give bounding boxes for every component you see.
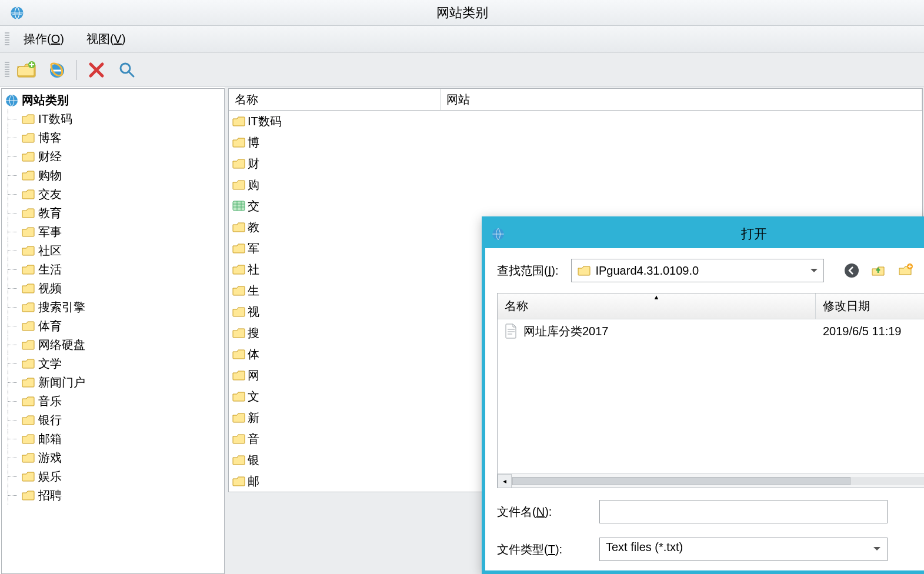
folder-icon [22, 321, 35, 331]
tree-item[interactable]: 视频 [2, 279, 224, 298]
tree-item[interactable]: 体育 [2, 316, 224, 335]
folder-icon [232, 349, 245, 359]
tree-item[interactable]: 文学 [2, 354, 224, 373]
folder-icon [232, 137, 245, 148]
menu-view[interactable]: 视图(V) [78, 29, 134, 49]
window-title: 网站类别 [0, 4, 924, 22]
folder-icon [22, 189, 35, 199]
category-tree[interactable]: 网站类别 IT数码博客财经购物交友教育军事社区生活视频搜索引擎体育网络硬盘文学新… [1, 88, 225, 574]
new-folder-button[interactable] [13, 56, 40, 84]
col-name[interactable]: 名称 [229, 89, 441, 110]
tree-item[interactable]: 邮箱 [2, 429, 224, 448]
file-date: 2019/6/5 11:19 [816, 325, 924, 338]
folder-icon [22, 452, 35, 463]
back-button[interactable] [843, 262, 860, 279]
tree-item-label: 音乐 [38, 393, 62, 409]
menu-action[interactable]: 操作(O) [15, 29, 72, 49]
list-item-label: 社 [248, 262, 259, 278]
file-list[interactable]: 名称▲ 修改日期 类型 网址库分类20172019/6/5 11:19TXT 文… [497, 293, 924, 488]
folder-icon [232, 243, 245, 253]
tree-item[interactable]: 娱乐 [2, 467, 224, 486]
folder-icon [232, 222, 245, 232]
tree-item[interactable]: 博客 [2, 128, 224, 147]
list-item-label: 文 [248, 389, 259, 405]
list-header: 名称 网站 [228, 88, 923, 111]
search-icon [118, 61, 136, 79]
list-item[interactable]: 购 [229, 174, 922, 195]
dialog-title-bar[interactable]: 打开 ✕ [485, 220, 924, 248]
file-row[interactable]: 网址库分类20172019/6/5 11:19TXT 文件 [498, 319, 924, 343]
filename-input[interactable] [599, 500, 888, 523]
scroll-left-button[interactable]: ◂ [498, 474, 512, 488]
list-item-label: 交 [248, 198, 259, 214]
tree-item[interactable]: 音乐 [2, 392, 224, 411]
list-item-label: 教 [248, 219, 259, 235]
tree-item-label: 交友 [38, 186, 62, 202]
file-col-date[interactable]: 修改日期 [816, 293, 924, 319]
folder-icon [578, 265, 591, 276]
tree-root[interactable]: 网站类别 [2, 91, 224, 109]
folder-icon [22, 377, 35, 388]
file-col-name[interactable]: 名称▲ [498, 293, 816, 319]
folder-icon [22, 151, 35, 162]
list-item[interactable]: 财 [229, 153, 922, 174]
tree-item[interactable]: 招聘 [2, 486, 224, 505]
tree-item[interactable]: 搜索引擎 [2, 298, 224, 316]
tree-item-label: 搜索引擎 [38, 299, 85, 315]
folder-icon [22, 433, 35, 444]
toolbar-grip-icon [5, 62, 9, 78]
new-folder-nav-button[interactable] [897, 262, 915, 279]
folder-icon [22, 415, 35, 425]
folder-icon [232, 306, 245, 317]
menu-bar: 操作(O) 视图(V) [0, 26, 924, 53]
new-folder-icon [16, 61, 36, 79]
filetype-select[interactable]: Text files (*.txt) [599, 538, 888, 561]
tree-item-label: 邮箱 [38, 431, 62, 447]
tree-item-label: 网络硬盘 [38, 337, 85, 353]
menu-grip-icon [5, 32, 9, 46]
tree-root-label: 网站类别 [22, 92, 69, 108]
list-item[interactable]: 交 [229, 195, 922, 216]
col-site[interactable]: 网站 [441, 89, 922, 110]
file-hscrollbar[interactable]: ◂ ▸ [498, 473, 924, 488]
tree-item[interactable]: 教育 [2, 203, 224, 222]
tree-item[interactable]: 购物 [2, 166, 224, 185]
up-button[interactable] [870, 262, 888, 279]
list-item[interactable]: 博 [229, 132, 922, 153]
folder-icon [232, 158, 245, 169]
list-item-label: 搜 [248, 325, 259, 341]
tree-item[interactable]: 游戏 [2, 448, 224, 467]
tree-item[interactable]: 财经 [2, 147, 224, 166]
folder-icon [22, 226, 35, 237]
tree-item-label: 生活 [38, 262, 62, 278]
tree-item[interactable]: IT数码 [2, 109, 224, 128]
list-item-label: 新 [248, 410, 259, 426]
ie-icon [48, 61, 66, 79]
delete-button[interactable] [83, 56, 110, 84]
sort-asc-icon: ▲ [653, 293, 660, 301]
tree-item[interactable]: 交友 [2, 185, 224, 203]
folder-icon [22, 245, 35, 256]
list-item-label: 体 [248, 346, 259, 362]
tree-item[interactable]: 社区 [2, 241, 224, 260]
tree-item[interactable]: 新闻门户 [2, 373, 224, 392]
toolbar-sep [76, 60, 77, 80]
list-item[interactable]: IT数码 [229, 111, 922, 132]
browser-button[interactable] [44, 56, 71, 84]
open-dialog: 打开 ✕ 查找范围(I): IPguard4.31.0109.0 [482, 216, 924, 574]
tree-item[interactable]: 银行 [2, 411, 224, 429]
scroll-thumb[interactable] [512, 477, 850, 485]
folder-icon [22, 396, 35, 406]
list-item-label: 银 [248, 452, 259, 468]
folder-icon [22, 283, 35, 293]
tree-item[interactable]: 军事 [2, 222, 224, 241]
folder-icon [232, 285, 245, 296]
tree-item-label: 购物 [38, 168, 62, 183]
look-in-value: IPguard4.31.0109.0 [595, 264, 699, 278]
search-button[interactable] [114, 56, 141, 84]
grid-icon [232, 201, 245, 211]
scroll-track[interactable] [512, 477, 924, 485]
tree-item[interactable]: 生活 [2, 260, 224, 279]
tree-item[interactable]: 网络硬盘 [2, 335, 224, 354]
look-in-combo[interactable]: IPguard4.31.0109.0 [571, 259, 824, 282]
